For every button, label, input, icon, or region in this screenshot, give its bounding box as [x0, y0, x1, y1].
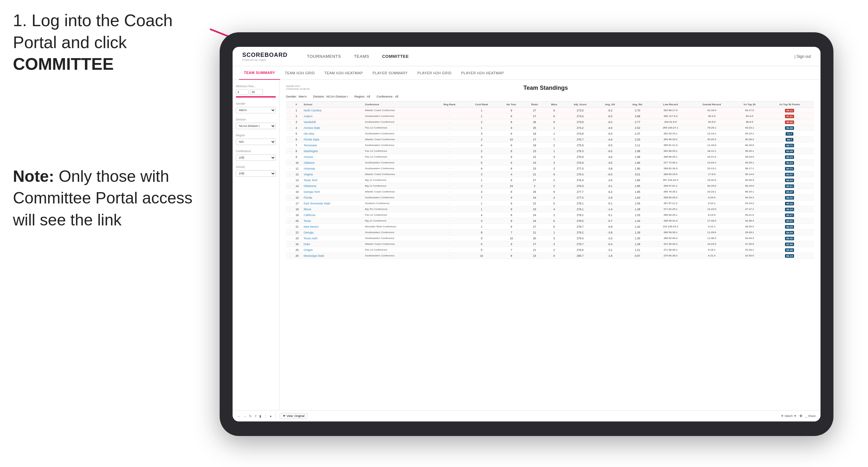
cell-reg-rank: - [434, 212, 465, 218]
cell-school[interactable]: Auburn [302, 113, 364, 119]
cell-reg-rank: - [434, 136, 465, 143]
toolbar-share-btn-2[interactable]: ⇧ [254, 414, 257, 418]
sub-nav-team-h2h-grid[interactable]: TEAM H2H GRID [280, 66, 320, 80]
cell-no-tour: 8 [498, 189, 525, 195]
cell-school[interactable]: Ole Miss [302, 131, 364, 136]
cell-no-tour: 9 [498, 195, 525, 200]
min-rounds-max-input[interactable] [250, 89, 263, 95]
sub-nav-player-summary[interactable]: PLAYER SUMMARY [368, 66, 412, 80]
sub-nav-team-h2h-heatmap[interactable]: TEAM H2H HEATMAP [319, 66, 368, 80]
cell-dash: - [286, 195, 294, 200]
cell-reg-rank: - [434, 107, 465, 113]
cell-reg-rank: - [434, 131, 465, 136]
cell-adj-score: 275.7 [564, 136, 597, 143]
cell-dash: - [286, 131, 294, 136]
view-original-button[interactable]: 👁 View: Original [280, 413, 307, 419]
cell-school[interactable]: Georgia Tech [302, 189, 364, 195]
region-select[interactable]: N/A [236, 138, 276, 145]
cell-rnds: 25 [525, 125, 544, 131]
toolbar-clock-btn[interactable]: ● [270, 414, 272, 418]
nav-committee[interactable]: COMMITTEE [376, 47, 415, 66]
sub-nav-player-h2h-grid[interactable]: PLAYER H2H GRID [412, 66, 457, 80]
cell-sg: -2.9 [597, 195, 624, 200]
gender-select[interactable]: Men's [236, 107, 276, 113]
toolbar-bookmark-btn[interactable]: ▮ [259, 414, 261, 418]
table-row: - 8 Washington Pac-12 Conference - 2 8 2… [286, 148, 814, 154]
cell-school[interactable]: Washington [302, 148, 364, 154]
cell-school[interactable]: Illinois [302, 206, 364, 212]
cell-adj-score: 276.9 [564, 154, 597, 160]
cell-school[interactable]: Arizona [302, 154, 364, 160]
filter-bar-region-val: All [367, 95, 370, 98]
cell-reg-rank: - [434, 229, 465, 236]
cell-adj-score: 276.9 [564, 177, 597, 183]
cell-school[interactable]: New Mexico [302, 224, 364, 229]
cell-school[interactable]: Oregon [302, 247, 364, 253]
cell-adj-score: 277.7 [564, 189, 597, 195]
cell-no-tour: 8 [498, 154, 525, 160]
watch-button[interactable]: 👁 Watch ▼ [781, 414, 797, 417]
cell-no-tour: 9 [498, 241, 525, 247]
nav-tournaments[interactable]: TOURNAMENTS [301, 47, 348, 66]
division-select[interactable]: NCAA Division I [236, 123, 276, 129]
sub-nav-team-summary[interactable]: TEAM SUMMARY [239, 66, 280, 80]
cell-adj-score: 278.7 [564, 224, 597, 229]
sub-nav-player-h2h-heatmap[interactable]: PLAYER H2H HEATMAP [457, 66, 509, 80]
cell-school[interactable]: Arkansas [302, 166, 364, 172]
cell-school[interactable]: Texas [302, 218, 364, 224]
school-select[interactable]: (All) [236, 170, 276, 177]
cell-school[interactable]: Tennessee [302, 143, 364, 148]
toolbar-back-btn[interactable]: ← [238, 414, 241, 418]
cell-school[interactable]: Texas Tech [302, 177, 364, 183]
cell-school[interactable]: Florida [302, 195, 364, 200]
cell-school[interactable]: Arizona State [302, 125, 364, 131]
cell-avg-rd: 2.70 [623, 107, 651, 113]
cell-sg: -4.6 [597, 154, 624, 160]
cell-school[interactable]: Vanderbilt [302, 119, 364, 125]
toolbar-grid-btn[interactable]: ⋮ [264, 414, 267, 418]
main-nav: TOURNAMENTS TEAMS COMMITTEE [301, 47, 794, 66]
cell-school[interactable]: Virginia [302, 172, 364, 177]
sign-out-link[interactable]: | Sign out [795, 54, 811, 59]
cell-low-record: 269 59-41-4 [652, 218, 690, 224]
rounds-slider-track[interactable] [236, 96, 276, 97]
cell-reg-rank: - [434, 195, 465, 200]
cell-school[interactable]: Oklahoma [302, 183, 364, 189]
toolbar-expand-btn[interactable]: ❖ [799, 414, 803, 418]
min-rounds-min-input[interactable] [236, 89, 249, 95]
cell-school[interactable]: Georgia [302, 229, 364, 236]
cell-overall: 16-21-0 [690, 154, 734, 160]
cell-adj-score: 279.4 [564, 236, 597, 241]
content-title: Team Standings [523, 85, 568, 91]
cell-dash: - [286, 166, 294, 172]
cell-conf-rank: 1 [465, 177, 498, 183]
toolbar-refresh-btn[interactable]: ↻ [249, 414, 252, 418]
cell-school[interactable]: Alabama [302, 160, 364, 166]
cell-rnds: 23 [525, 206, 544, 212]
cell-top25: 40-19-0 [734, 143, 765, 148]
filter-school: School (All) [236, 165, 276, 177]
cell-top50: 88.71 [765, 143, 814, 148]
cell-school[interactable]: Texas A&M [302, 236, 364, 241]
cell-no-tour: 8 [498, 218, 525, 224]
cell-top50: 88.7 [765, 136, 814, 143]
nav-teams[interactable]: TEAMS [348, 47, 376, 66]
share-button[interactable]: ⎯ Share [805, 414, 816, 417]
cell-school[interactable]: Duke [302, 241, 364, 247]
cell-school[interactable]: Mississippi State [302, 253, 364, 259]
toolbar-forward-btn[interactable]: → [243, 414, 246, 418]
cell-reg-rank: - [434, 148, 465, 154]
cell-conference: Southeastern Conference [364, 236, 434, 241]
cell-school[interactable]: Florida State [302, 136, 364, 143]
cell-overall: 17-9-0 [690, 172, 734, 177]
cell-conf-rank: 5 [465, 160, 498, 166]
cell-school[interactable]: East Tennessee State [302, 200, 364, 206]
cell-sg: -3.1 [597, 247, 624, 253]
cell-school[interactable]: North Carolina [302, 107, 364, 113]
content-header: Update time: 27/03/2024 16:56:26 Team St… [286, 85, 814, 91]
instruction-area: 1. Log into the Coach Portal and click C… [13, 10, 194, 231]
cell-wins: 1 [545, 131, 564, 136]
conference-select[interactable]: (All) [236, 154, 276, 161]
cell-rnds: 23 [525, 160, 544, 166]
cell-school[interactable]: California [302, 212, 364, 218]
